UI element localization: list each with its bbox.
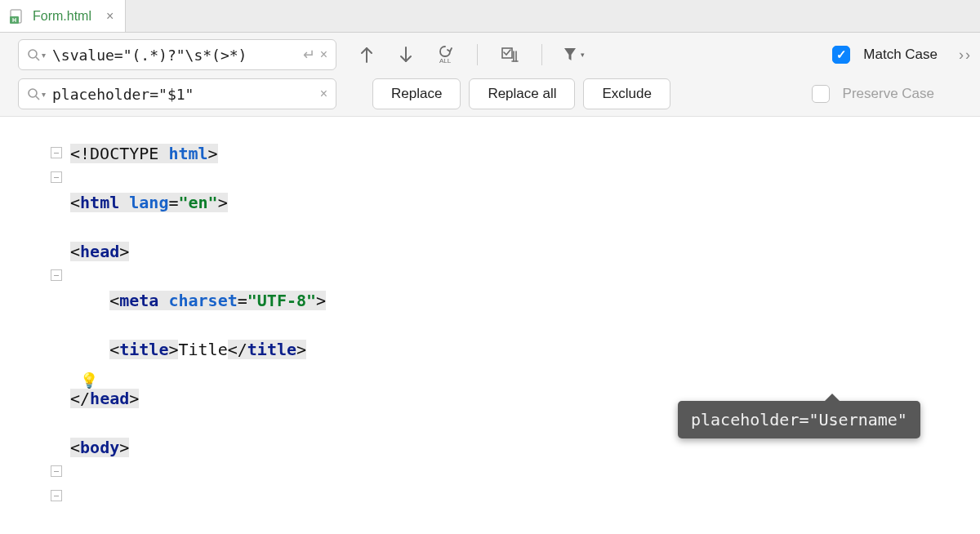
close-icon[interactable]: × xyxy=(106,9,114,24)
preserve-case-checkbox[interactable] xyxy=(812,85,830,103)
gutter: – – – – – xyxy=(0,117,65,532)
find-toolbar: ALL ▾ xyxy=(356,44,585,65)
search-icon xyxy=(27,48,40,61)
more-options-icon[interactable]: ›› xyxy=(959,47,972,64)
html-file-icon: H xyxy=(8,7,26,25)
code-editor[interactable]: – – – – – 💡 <!DOCTYPE html> <html lang="… xyxy=(0,117,980,532)
fold-icon[interactable]: – xyxy=(51,490,62,501)
match-case-checkbox[interactable]: ✓ xyxy=(832,46,850,64)
search-icon xyxy=(27,87,40,100)
clear-icon[interactable]: × xyxy=(320,47,327,62)
newline-icon[interactable]: ↵ xyxy=(303,46,315,64)
replace-button[interactable]: Replace xyxy=(372,78,461,109)
next-match-icon[interactable] xyxy=(395,44,416,65)
replace-field[interactable]: ▾ placeholder="$1" × xyxy=(18,78,336,109)
fold-icon[interactable]: – xyxy=(51,147,62,158)
find-replace-bar: ▾ \svalue="(.*)?"\s*(>*) ↵ × ALL xyxy=(0,33,980,117)
svg-text:H: H xyxy=(12,17,16,23)
replace-input-text: placeholder="$1" xyxy=(46,86,320,103)
separator xyxy=(477,44,478,65)
replace-preview-tooltip: placeholder="Username" xyxy=(678,401,920,438)
code-area[interactable]: <!DOCTYPE html> <html lang="en"> <head> … xyxy=(65,117,857,532)
preserve-case-label: Preserve Case xyxy=(843,86,934,102)
svg-marker-11 xyxy=(564,48,576,60)
svg-line-4 xyxy=(36,57,39,60)
fold-icon[interactable]: – xyxy=(51,269,62,281)
svg-point-3 xyxy=(29,50,37,58)
replace-all-button[interactable]: Replace all xyxy=(469,78,575,109)
svg-point-12 xyxy=(29,89,37,97)
exclude-button[interactable]: Exclude xyxy=(583,78,670,109)
prev-match-icon[interactable] xyxy=(356,44,377,65)
editor-tab[interactable]: H Form.html × xyxy=(0,0,126,32)
select-all-icon[interactable]: ALL xyxy=(434,44,456,65)
tab-label: Form.html xyxy=(33,9,91,24)
fold-icon[interactable]: – xyxy=(51,465,62,477)
fold-icon[interactable]: – xyxy=(51,171,62,183)
filter-icon[interactable]: ▾ xyxy=(564,44,585,65)
clear-icon[interactable]: × xyxy=(320,87,327,101)
match-case-label: Match Case xyxy=(863,47,938,63)
find-field[interactable]: ▾ \svalue="(.*)?"\s*(>*) ↵ × xyxy=(18,39,336,70)
svg-line-13 xyxy=(36,96,39,100)
separator xyxy=(541,44,542,65)
select-occurrences-icon[interactable] xyxy=(499,44,520,65)
tab-bar: H Form.html × xyxy=(0,0,980,33)
find-input-text: \svalue="(.*)?"\s*(>*) xyxy=(46,47,303,64)
